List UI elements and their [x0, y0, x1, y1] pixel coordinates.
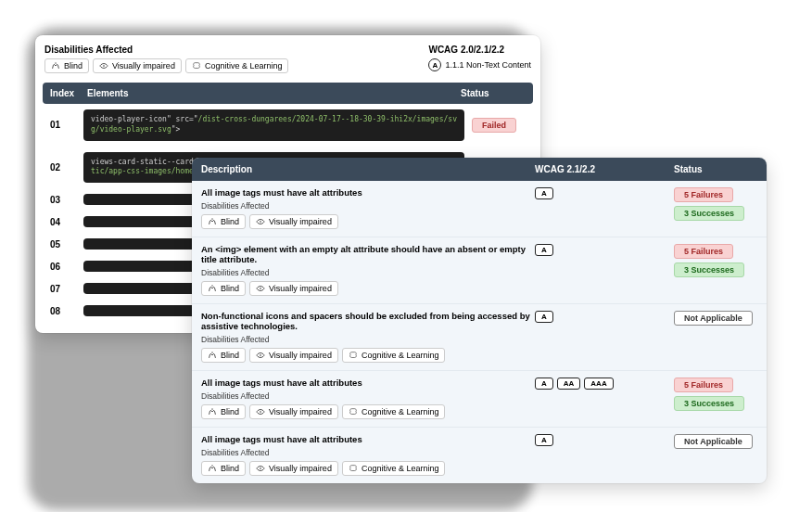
col-status-label: Status: [674, 164, 757, 174]
chip-cognitive-learning[interactable]: Cognitive & Learning: [342, 404, 446, 419]
rule-title: All image tags must have alt attributes: [201, 378, 535, 388]
eye-icon: [99, 61, 108, 70]
blind-icon: [208, 284, 217, 293]
rules-list-panel: Description WCAG 2.1/2.2 Status All imag…: [192, 158, 767, 483]
row-index: 01: [46, 120, 83, 130]
chip-visually-impaired[interactable]: Visually impaired: [93, 58, 182, 73]
disability-chips: BlindVisually impaired: [201, 281, 535, 296]
rule-row[interactable]: All image tags must have alt attributesD…: [192, 428, 767, 483]
eye-icon: [256, 284, 265, 293]
wcag-levels: A: [535, 244, 674, 296]
chip-blind[interactable]: Blind: [201, 404, 246, 419]
disability-chips: BlindVisually impaired: [201, 214, 535, 229]
wcag-rule-id: 1.1.1 Non-Text Content: [445, 60, 531, 70]
disabilities-affected-label: Disabilities Affected: [201, 201, 535, 211]
blind-icon: [208, 407, 217, 416]
disabilities-affected-label: Disabilities Affected: [201, 391, 535, 401]
row-index: 04: [46, 217, 83, 227]
wcag-level-a: A: [535, 187, 553, 199]
wcag-level-a: A: [535, 434, 553, 446]
eye-icon: [256, 351, 265, 360]
rule-status: 5 Failures3 Successes: [674, 187, 757, 229]
row-index: 07: [46, 284, 83, 294]
brain-icon: [192, 61, 201, 70]
rule-row[interactable]: Non-functional icons and spacers should …: [192, 304, 767, 371]
rule-title: Non-functional icons and spacers should …: [201, 311, 535, 331]
wcag-level-aaa: AAA: [584, 378, 613, 390]
svg-point-4: [260, 411, 261, 413]
blind-icon: [51, 61, 60, 70]
brain-icon: [349, 464, 358, 473]
col-elements-label: Elements: [87, 88, 461, 98]
wcag-levels: A: [535, 434, 674, 476]
row-index: 02: [46, 162, 83, 173]
rule-status: 5 Failures3 Successes: [674, 244, 757, 296]
wcag-levels: A: [535, 187, 674, 229]
row-index: 05: [46, 239, 83, 250]
disabilities-affected-label: Disabilities Affected: [201, 268, 535, 277]
wcag-level-a: A: [535, 311, 553, 323]
col-wcag-label: WCAG 2.1/2.2: [535, 164, 674, 174]
table-row[interactable]: 01video-player-icon" src="/dist-cross-du…: [43, 104, 533, 147]
status-badge-failed: Failed: [472, 118, 516, 133]
brain-icon: [349, 351, 358, 360]
status-badge-fail: 5 Failures: [674, 378, 733, 392]
row-index: 08: [46, 306, 83, 316]
col-description-label: Description: [201, 164, 535, 174]
chip-cognitive[interactable]: Cognitive & Learning: [185, 58, 289, 73]
eye-icon: [256, 407, 265, 416]
svg-point-0: [103, 65, 105, 67]
brain-icon: [349, 407, 358, 416]
table-header: Index Elements Status: [43, 83, 533, 104]
svg-point-5: [260, 467, 261, 469]
disability-chips: BlindVisually impairedCognitive & Learni…: [201, 404, 535, 419]
wcag-level-a: A: [535, 244, 553, 256]
svg-point-3: [260, 354, 261, 356]
eye-icon: [256, 217, 265, 226]
svg-point-1: [260, 221, 261, 223]
disabilities-affected-label: Disabilities Affected: [44, 45, 288, 55]
chip-blind[interactable]: Blind: [44, 58, 89, 73]
rule-title: All image tags must have alt attributes: [201, 434, 535, 444]
wcag-version-label: WCAG 2.0/2.1/2.2: [428, 45, 531, 55]
blind-icon: [208, 217, 217, 226]
wcag-levels: AAAAAA: [535, 378, 674, 419]
status-badge-success: 3 Successes: [674, 396, 744, 411]
chip-cognitive-learning[interactable]: Cognitive & Learning: [342, 348, 446, 363]
row-index: 03: [46, 195, 83, 205]
chip-visually-impaired[interactable]: Visually impaired: [249, 214, 338, 229]
col-status-label: Status: [461, 88, 526, 98]
status-badge-success: 3 Successes: [674, 262, 744, 277]
blind-icon: [208, 464, 217, 473]
wcag-level-a: A: [535, 378, 553, 390]
rule-title: All image tags must have alt attributes: [201, 187, 535, 198]
row-status: Failed: [464, 118, 529, 133]
rule-row[interactable]: An <img> element with an empty alt attri…: [192, 237, 767, 304]
front-table-header: Description WCAG 2.1/2.2 Status: [192, 158, 767, 181]
rule-title: An <img> element with an empty alt attri…: [201, 244, 535, 264]
col-index-label: Index: [50, 88, 87, 98]
chip-cognitive-learning[interactable]: Cognitive & Learning: [342, 461, 446, 476]
disabilities-affected-label: Disabilities Affected: [201, 335, 535, 344]
element-code: video-player-icon" src="/dist-cross-dung…: [83, 109, 464, 141]
chip-blind[interactable]: Blind: [201, 281, 246, 296]
rule-row[interactable]: All image tags must have alt attributesD…: [192, 181, 767, 237]
status-badge-na: Not Applicable: [674, 434, 753, 449]
chip-visually-impaired[interactable]: Visually impaired: [249, 461, 338, 476]
chip-visually-impaired[interactable]: Visually impaired: [249, 281, 338, 296]
rule-row[interactable]: All image tags must have alt attributesD…: [192, 371, 767, 428]
chip-visually-impaired[interactable]: Visually impaired: [249, 348, 338, 363]
disability-chips: Blind Visually impaired Cognitive & Lear…: [44, 58, 288, 73]
svg-point-2: [260, 288, 261, 289]
status-badge-fail: 5 Failures: [674, 244, 733, 259]
wcag-levels: A: [535, 311, 674, 363]
chip-visually-impaired[interactable]: Visually impaired: [249, 404, 338, 419]
blind-icon: [208, 351, 217, 360]
chip-blind[interactable]: Blind: [201, 214, 246, 229]
chip-blind[interactable]: Blind: [201, 461, 246, 476]
status-badge-success: 3 Successes: [674, 206, 744, 221]
wcag-level-badge: A: [428, 58, 441, 71]
chip-blind[interactable]: Blind: [201, 348, 246, 363]
disability-chips: BlindVisually impairedCognitive & Learni…: [201, 461, 535, 476]
disabilities-affected-label: Disabilities Affected: [201, 448, 535, 457]
